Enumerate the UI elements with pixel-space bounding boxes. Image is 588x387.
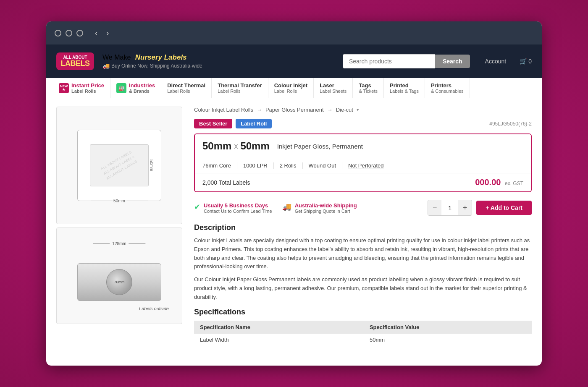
shipping-item-days: ✔ Usually 5 Business Days Contact Us to … bbox=[194, 202, 272, 214]
nav-label-printed-top: Printed bbox=[390, 82, 419, 89]
nav-label-instant-price-top: Instant Price bbox=[71, 82, 104, 89]
nav-item-colour-inkjet[interactable]: Colour Inkjet Label Rolls bbox=[268, 78, 314, 98]
account-link[interactable]: Account bbox=[485, 58, 507, 65]
nav-label-industries-bottom: & Brands bbox=[129, 89, 155, 94]
roll-body: 76mm bbox=[77, 263, 161, 301]
browser-toolbar: ‹ › bbox=[46, 21, 542, 44]
dim-line-left bbox=[91, 201, 112, 201]
browser-dot-1 bbox=[55, 30, 61, 37]
roll-diagram: 128mm 76mm Labels outside bbox=[65, 238, 174, 314]
nav-label-direct-thermal-top: Direct Thermal bbox=[167, 82, 205, 89]
total-labels: 2,000 Total Labels bbox=[202, 179, 250, 186]
label-watermark: ALL ABOUT LABELSALL ABOUT LABELSALL ABOU… bbox=[100, 149, 139, 181]
nav-item-laser[interactable]: Laser Label Sheets bbox=[314, 78, 353, 98]
spec-core: 76mm Core bbox=[202, 162, 237, 169]
header-tagline: We Make Nursery Labels 🚚 Buy Online Now,… bbox=[102, 53, 334, 69]
browser-dot-2 bbox=[66, 30, 72, 37]
nav-label-thermal-transfer-top: Thermal Transfer bbox=[218, 82, 262, 89]
nav-item-instant-price[interactable]: NEW★ Instant Price Label Rolls bbox=[53, 78, 110, 98]
logo-line1: ALL ABOUT bbox=[60, 55, 90, 60]
specifications-table: Specification Name Specification Value L… bbox=[194, 321, 532, 346]
roll-dim-label: 128mm bbox=[112, 241, 126, 246]
nav-item-printed[interactable]: Printed Labels & Tags bbox=[384, 78, 425, 98]
product-card: 50mm x 50mm Inkjet Paper Gloss, Permanen… bbox=[194, 133, 532, 192]
main-content: ALL ABOUT LABELSALL ABOUT LABELSALL ABOU… bbox=[46, 98, 542, 355]
nav-item-direct-thermal[interactable]: Direct Thermal Label Rolls bbox=[161, 78, 212, 98]
shipping-quote-text: Get Shipping Quote in Cart bbox=[295, 209, 357, 214]
specifications-title: Specifications bbox=[194, 308, 532, 316]
breadcrumb-arrow-1: → bbox=[257, 107, 262, 113]
roll-dim-top: 128mm bbox=[93, 241, 145, 246]
industries-icon: 🏭 bbox=[116, 83, 126, 93]
spec-col2-header: Specification Value bbox=[364, 321, 532, 334]
shipping-row: ✔ Usually 5 Business Days Contact Us to … bbox=[194, 200, 532, 216]
chevron-down-icon[interactable]: ▾ bbox=[357, 107, 359, 112]
product-size-x: x bbox=[234, 142, 238, 151]
nav-label-laser-top: Laser bbox=[320, 82, 346, 89]
badge-bestseller: Best Seller bbox=[194, 119, 232, 128]
search-input[interactable] bbox=[343, 54, 435, 68]
nav-label-printers-bottom: & Consumables bbox=[431, 89, 464, 94]
header-shipping: 🚚 Buy Online Now, Shipping Australia-wid… bbox=[102, 63, 334, 69]
product-detail: Colour Inkjet Label Rolls → Paper Gloss … bbox=[194, 107, 532, 346]
shipping-item-aus: 🚚 Australia-wide Shipping Get Shipping Q… bbox=[282, 202, 357, 214]
quantity-input[interactable] bbox=[441, 204, 458, 212]
nav-label-printed-bottom: Labels & Tags bbox=[390, 89, 419, 94]
roll-core: 76mm bbox=[106, 269, 132, 295]
add-to-cart-button[interactable]: + Add to Cart bbox=[476, 201, 532, 215]
site-header: ALL ABOUT LABELS We Make Nursery Labels … bbox=[46, 44, 542, 78]
browser-nav: ‹ › bbox=[92, 27, 111, 39]
dim-label-width: 50mm bbox=[113, 199, 125, 203]
shipping-aus-text: Australia-wide Shipping bbox=[295, 202, 357, 209]
nav-label-instant-price-bottom: Label Rolls bbox=[71, 89, 104, 94]
shipping-contact-text: Contact Us to Confirm Lead Time bbox=[204, 209, 272, 214]
product-card-mid: 76mm Core 1000 LPR 2 Rolls Wound Out Not… bbox=[195, 158, 531, 173]
instant-price-icon: NEW★ bbox=[59, 83, 69, 93]
back-button[interactable]: ‹ bbox=[92, 27, 100, 39]
nav-item-tags[interactable]: Tags & Tickets bbox=[353, 78, 384, 98]
spec-wound: Wound Out bbox=[309, 162, 343, 169]
quantity-decrease-button[interactable]: − bbox=[428, 200, 441, 215]
breadcrumb-link-2[interactable]: Paper Gloss Permanent bbox=[265, 107, 324, 113]
browser-dot-3 bbox=[76, 30, 83, 37]
roll-outside-label: Labels outside bbox=[139, 306, 169, 311]
browser-dots bbox=[55, 30, 83, 37]
spec-row-label-width: Label Width 50mm bbox=[194, 334, 532, 346]
cart-icon[interactable]: 🛒 0 bbox=[520, 58, 532, 65]
nav-label-colour-inkjet-top: Colour Inkjet bbox=[274, 82, 307, 89]
breadcrumb-arrow-2: → bbox=[327, 107, 333, 113]
price-gst: ex. GST bbox=[505, 180, 523, 186]
quantity-control: − + bbox=[428, 200, 472, 216]
quantity-increase-button[interactable]: + bbox=[458, 200, 472, 215]
logo[interactable]: ALL ABOUT LABELS bbox=[56, 52, 94, 71]
product-height: 50mm bbox=[240, 140, 269, 152]
spec-col1-header: Specification Name bbox=[194, 321, 364, 334]
nav-item-printers[interactable]: Printers & Consumables bbox=[425, 78, 470, 98]
spec-rolls: 2 Rolls bbox=[280, 162, 303, 169]
product-card-bot: 2,000 Total Labels 000.00 ex. GST bbox=[195, 173, 531, 191]
forward-button[interactable]: › bbox=[104, 27, 112, 39]
nav-label-industries-top: Industries bbox=[129, 82, 155, 89]
product-card-top: 50mm x 50mm Inkjet Paper Gloss, Permanen… bbox=[195, 134, 531, 158]
product-image-bottom: 128mm 76mm Labels outside bbox=[56, 227, 182, 324]
nav-label-tags-bottom: & Tickets bbox=[359, 89, 378, 94]
nav-item-thermal-transfer[interactable]: Thermal Transfer Label Rolls bbox=[212, 78, 268, 98]
search-button[interactable]: Search bbox=[435, 55, 470, 68]
label-inner: ALL ABOUT LABELSALL ABOUT LABELSALL ABOU… bbox=[90, 144, 149, 186]
breadcrumb-link-1[interactable]: Colour Inkjet Label Rolls bbox=[194, 107, 253, 113]
product-material: Inkjet Paper Gloss, Permanent bbox=[277, 143, 363, 150]
spec-perforated[interactable]: Not Perforated bbox=[348, 162, 390, 169]
search-bar: Search bbox=[343, 54, 470, 68]
truck-icon: 🚚 bbox=[102, 63, 110, 69]
nav-label-laser-bottom: Label Sheets bbox=[320, 89, 346, 94]
nav-item-industries[interactable]: 🏭 Industries & Brands bbox=[110, 78, 161, 98]
product-badges: Best Seller Label Roll #95LJG5050(76)-2 bbox=[194, 119, 532, 128]
description-para1: Colour Inkjet Labels are specially desig… bbox=[194, 236, 532, 271]
label-outer: ALL ABOUT LABELSALL ABOUT LABELSALL ABOU… bbox=[77, 130, 161, 201]
product-image-top: ALL ABOUT LABELSALL ABOUT LABELSALL ABOU… bbox=[56, 107, 182, 224]
cart-bag-icon: 🛒 bbox=[520, 58, 527, 65]
total-price: 000.00 ex. GST bbox=[475, 178, 523, 187]
nav-label-tags-top: Tags bbox=[359, 82, 378, 89]
truck-aus-icon: 🚚 bbox=[282, 202, 291, 212]
shipping-days-text: Usually 5 Business Days bbox=[204, 202, 272, 209]
